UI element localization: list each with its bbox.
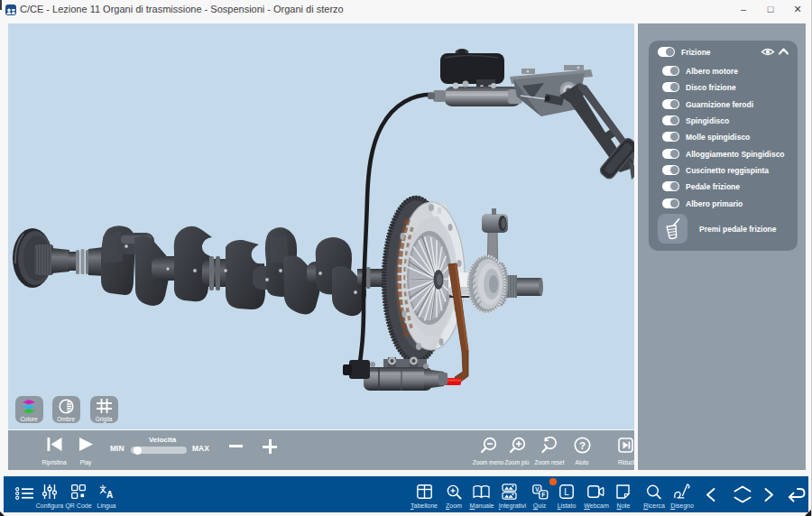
svg-text:L: L bbox=[564, 487, 569, 497]
svg-text:?: ? bbox=[579, 440, 586, 451]
svg-text:F: F bbox=[541, 492, 545, 498]
svg-text:A: A bbox=[106, 490, 113, 500]
